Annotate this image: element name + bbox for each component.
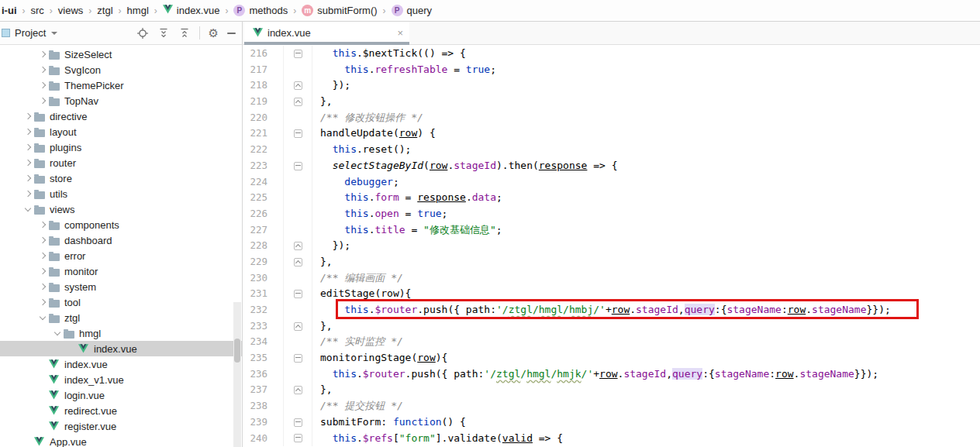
fold-start-icon[interactable] (294, 290, 302, 298)
fold-start-icon[interactable] (294, 162, 302, 170)
tree-item-dashboard[interactable]: dashboard (0, 232, 242, 248)
tree-item-utils[interactable]: utils (0, 186, 242, 201)
code-line-224[interactable]: 224 debugger; (243, 174, 980, 191)
breadcrumb-item-views[interactable]: views (58, 5, 84, 16)
code-line-230[interactable]: 230/** 编辑画面 */ (243, 270, 980, 287)
chevron-right-icon[interactable] (36, 269, 49, 273)
fold-end-icon[interactable] (294, 81, 302, 90)
chevron-down-icon[interactable] (36, 316, 49, 319)
code-line-221[interactable]: 221handleUpdate(row) { (243, 126, 980, 142)
hide-panel-icon[interactable] (227, 33, 236, 34)
tree-item-monitor[interactable]: monitor (0, 263, 242, 279)
tree-item-register-vue[interactable]: register.vue (0, 418, 242, 434)
breadcrumb-item-hmgl[interactable]: hmgl (127, 5, 149, 16)
fold-end-icon[interactable] (294, 98, 302, 106)
fold-start-icon[interactable] (294, 129, 302, 138)
fold-start-icon[interactable] (294, 418, 302, 427)
chevron-down-icon[interactable] (51, 332, 64, 335)
breadcrumb-item-methods[interactable]: Pmethods (233, 5, 288, 16)
code-line-236[interactable]: 236 this.$router.push({ path:'/ztgl/hmgl… (243, 366, 980, 383)
fold-end-icon[interactable] (294, 322, 302, 331)
expand-all-icon[interactable] (157, 27, 170, 40)
tree-item-directive[interactable]: directive (0, 108, 242, 124)
tree-item-tool[interactable]: tool (0, 294, 242, 310)
tree-item-components[interactable]: components (0, 217, 242, 232)
code-line-225[interactable]: 225 this.form = response.data; (243, 190, 980, 206)
code-line-235[interactable]: 235monitoringStage(row){ (243, 350, 980, 366)
tree-item-app-vue[interactable]: App.vue (0, 434, 242, 447)
tree-item-plugins[interactable]: plugins (0, 139, 242, 155)
code-line-228[interactable]: 228 }); (243, 238, 980, 254)
tree-item-index-v1-vue[interactable]: index_v1.vue (0, 372, 242, 387)
code-line-220[interactable]: 220/** 修改按钮操作 */ (243, 110, 980, 126)
fold-end-icon[interactable] (294, 386, 302, 394)
chevron-right-icon[interactable] (22, 114, 34, 119)
code-line-231[interactable]: 231editStage(row){ (243, 286, 980, 302)
chevron-right-icon[interactable] (36, 284, 49, 289)
code-line-232[interactable]: 232 this.$router.push({ path:'/ztgl/hmgl… (243, 302, 980, 318)
code-line-237[interactable]: 237}, (243, 382, 980, 398)
tab-index-vue[interactable]: index.vue × (244, 22, 409, 44)
scrollbar-thumb[interactable] (234, 339, 240, 363)
chevron-down-icon[interactable] (51, 32, 57, 35)
code-line-219[interactable]: 219}, (243, 94, 980, 110)
chevron-right-icon[interactable] (22, 191, 34, 196)
chevron-right-icon[interactable] (36, 222, 49, 227)
chevron-down-icon[interactable] (22, 208, 34, 211)
fold-end-icon[interactable] (294, 258, 302, 266)
tree-item-sizeselect[interactable]: SizeSelect (0, 46, 242, 62)
project-panel-title[interactable]: Project (15, 27, 46, 39)
breadcrumb-item-submitform[interactable]: msubmitForm() (302, 5, 377, 16)
chevron-right-icon[interactable] (22, 160, 34, 165)
code-line-238[interactable]: 238/** 提交按钮 */ (243, 398, 980, 414)
fold-end-icon[interactable] (294, 242, 302, 250)
chevron-right-icon[interactable] (36, 83, 49, 88)
breadcrumb-item-query[interactable]: Pquery (392, 5, 433, 16)
chevron-right-icon[interactable] (36, 67, 49, 72)
code-line-216[interactable]: 216 this.$nextTick(() => { (243, 46, 980, 62)
scrollbar-track[interactable] (233, 302, 241, 447)
chevron-right-icon[interactable] (36, 300, 49, 304)
tree-item-index-vue[interactable]: index.vue (0, 356, 242, 372)
code-line-240[interactable]: 240 this.$refs["form"].validate(valid =>… (243, 431, 980, 447)
tree-item-hmgl[interactable]: hmgl (0, 325, 242, 341)
chevron-right-icon[interactable] (36, 238, 49, 242)
breadcrumb-item-src[interactable]: src (31, 5, 44, 16)
locate-file-icon[interactable] (136, 27, 149, 40)
tree-item-topnav[interactable]: TopNav (0, 93, 242, 108)
close-icon[interactable]: × (397, 27, 403, 39)
code-line-233[interactable]: 233}, (243, 318, 980, 335)
chevron-right-icon[interactable] (36, 98, 49, 103)
breadcrumb-item-i-ui[interactable]: i-ui (2, 5, 17, 16)
code-line-239[interactable]: 239submitForm: function() { (243, 414, 980, 431)
fold-start-icon[interactable] (294, 354, 302, 363)
tree-item-router[interactable]: router (0, 155, 242, 170)
tree-item-system[interactable]: system (0, 279, 242, 294)
code-line-229[interactable]: 229}, (243, 254, 980, 270)
tree-item-error[interactable]: error (0, 248, 242, 263)
code-line-223[interactable]: 223 selectStageById(row.stageId).then(re… (243, 158, 980, 174)
collapse-all-icon[interactable] (178, 27, 191, 40)
chevron-right-icon[interactable] (22, 176, 34, 181)
tree-item-redirect-vue[interactable]: redirect.vue (0, 403, 242, 418)
fold-start-icon[interactable] (294, 50, 302, 58)
tree-item-login-vue[interactable]: login.vue (0, 387, 242, 403)
breadcrumb-item-ztgl[interactable]: ztgl (97, 5, 112, 16)
chevron-right-icon[interactable] (36, 253, 49, 258)
tree-item-index-vue[interactable]: index.vue (0, 341, 242, 356)
tree-item-themepicker[interactable]: ThemePicker (0, 77, 242, 93)
code-line-218[interactable]: 218 }); (243, 77, 980, 94)
breadcrumb-item-index-vue[interactable]: index.vue (163, 5, 220, 16)
code-line-227[interactable]: 227 this.title = "修改基础信息"; (243, 222, 980, 239)
tree-item-store[interactable]: store (0, 170, 242, 186)
settings-gear-icon[interactable]: ⚙ (209, 27, 219, 39)
chevron-right-icon[interactable] (22, 145, 34, 150)
tree-item-layout[interactable]: layout (0, 124, 242, 139)
tree-item-svgicon[interactable]: SvgIcon (0, 62, 242, 77)
code-line-234[interactable]: 234/** 实时监控 */ (243, 334, 980, 350)
code-line-217[interactable]: 217 this.refreshTable = true; (243, 62, 980, 78)
code-line-226[interactable]: 226 this.open = true; (243, 206, 980, 222)
chevron-right-icon[interactable] (36, 52, 49, 57)
tree-item-ztgl[interactable]: ztgl (0, 310, 242, 325)
tree-item-views[interactable]: views (0, 201, 242, 217)
